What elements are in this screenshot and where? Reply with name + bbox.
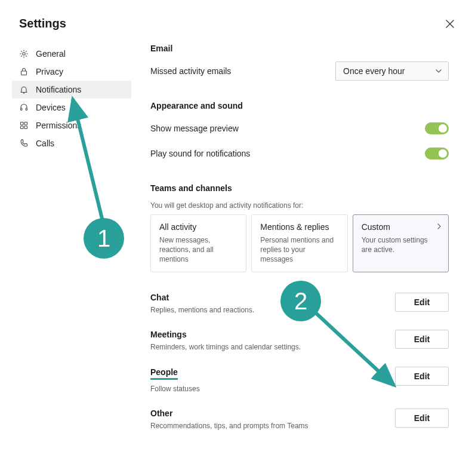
sidebar-item-label: Notifications: [36, 85, 81, 94]
sound-label: Play sound for notifications: [150, 149, 250, 158]
card-title: Mentions & replies: [260, 222, 338, 232]
section-meetings: Meetings Reminders, work timings and cal…: [150, 330, 449, 351]
close-button[interactable]: [444, 18, 456, 30]
missed-emails-label: Missed activity emails: [150, 66, 231, 76]
chat-subtext: Replies, mentions and reactions.: [150, 306, 254, 314]
svg-rect-5: [24, 122, 27, 125]
svg-point-0: [23, 53, 25, 55]
sidebar-item-notifications[interactable]: Notifications: [12, 81, 131, 99]
section-teams: Teams and channels You will get desktop …: [150, 183, 449, 272]
other-section-title: Other: [150, 409, 309, 418]
apps-icon: [19, 121, 29, 130]
missed-emails-value: Once every hour: [343, 66, 405, 76]
sidebar-item-label: General: [36, 49, 66, 59]
preview-toggle[interactable]: [425, 122, 449, 134]
people-edit-button[interactable]: Edit: [395, 367, 449, 386]
close-icon: [446, 20, 454, 28]
sidebar-item-label: Devices: [36, 103, 66, 112]
sidebar-item-label: Permissions: [36, 121, 81, 130]
meetings-section-title: Meetings: [150, 330, 301, 339]
sidebar-item-label: Privacy: [36, 67, 63, 76]
preview-label: Show message preview: [150, 124, 239, 133]
teams-section-title: Teams and channels: [150, 183, 449, 193]
card-mentions-replies[interactable]: Mentions & replies Personal mentions and…: [251, 214, 347, 272]
svg-rect-4: [21, 122, 24, 125]
svg-rect-2: [21, 108, 22, 110]
meetings-subtext: Reminders, work timings and calendar set…: [150, 343, 301, 351]
other-subtext: Recommendations, tips, and prompts from …: [150, 422, 309, 430]
chat-edit-button[interactable]: Edit: [395, 293, 449, 312]
sidebar-item-privacy[interactable]: Privacy: [12, 63, 131, 81]
sidebar-item-devices[interactable]: Devices: [12, 99, 131, 116]
page-title: Settings: [19, 17, 66, 30]
people-section-title: People: [150, 367, 178, 380]
chevron-down-icon: [435, 67, 442, 75]
sidebar-item-permissions[interactable]: Permissions: [12, 116, 131, 134]
appearance-section-title: Appearance and sound: [150, 101, 449, 110]
other-edit-button[interactable]: Edit: [395, 409, 449, 428]
section-email: Email Missed activity emails Once every …: [150, 44, 449, 81]
sound-toggle[interactable]: [425, 148, 449, 159]
card-desc: Personal mentions and replies to your me…: [260, 235, 338, 265]
svg-rect-7: [24, 126, 27, 129]
sidebar-item-calls[interactable]: Calls: [12, 134, 131, 152]
lock-icon: [19, 67, 29, 76]
section-appearance: Appearance and sound Show message previe…: [150, 101, 449, 163]
section-other: Other Recommendations, tips, and prompts…: [150, 409, 449, 430]
section-chat: Chat Replies, mentions and reactions. Ed…: [150, 293, 449, 314]
card-desc: New messages, reactions, and all mention…: [159, 235, 237, 265]
content-panel: Email Missed activity emails Once every …: [131, 41, 475, 460]
sidebar-item-general[interactable]: General: [12, 45, 131, 63]
chat-section-title: Chat: [150, 293, 254, 302]
svg-rect-1: [21, 71, 27, 75]
svg-rect-3: [26, 108, 27, 110]
phone-icon: [19, 139, 29, 148]
people-subtext: Follow statuses: [150, 385, 200, 393]
bell-icon: [19, 85, 29, 94]
sidebar-item-label: Calls: [36, 139, 54, 148]
card-custom[interactable]: Custom Your custom settings are active.: [353, 214, 449, 272]
card-all-activity[interactable]: All activity New messages, reactions, an…: [150, 214, 246, 272]
headset-icon: [19, 103, 29, 112]
card-title: Custom: [362, 222, 440, 232]
chevron-right-icon: [436, 223, 442, 229]
teams-subtext: You will get desktop and activity notifi…: [150, 201, 449, 210]
section-people: People Follow statuses Edit: [150, 367, 449, 393]
card-title: All activity: [159, 222, 237, 232]
gear-icon: [19, 49, 29, 59]
sidebar: General Privacy Notifications Devices Pe…: [12, 41, 131, 460]
meetings-edit-button[interactable]: Edit: [395, 330, 449, 349]
missed-emails-select[interactable]: Once every hour: [335, 62, 449, 81]
email-section-title: Email: [150, 44, 449, 53]
card-desc: Your custom settings are active.: [362, 235, 440, 254]
svg-rect-6: [21, 126, 24, 129]
